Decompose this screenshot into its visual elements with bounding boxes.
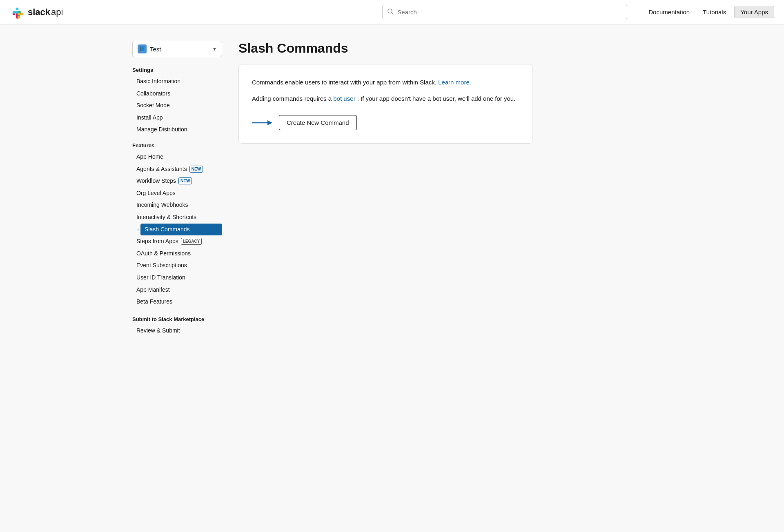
sidebar-item-agents-assistants[interactable]: Agents & Assistants NEW bbox=[132, 163, 222, 175]
sidebar-item-app-manifest[interactable]: App Manifest bbox=[132, 284, 222, 296]
sidebar-item-review-submit[interactable]: Review & Submit bbox=[132, 325, 222, 337]
sidebar-item-workflow-steps[interactable]: Workflow Steps NEW bbox=[132, 175, 222, 187]
settings-nav: Basic Information Collaborators Socket M… bbox=[132, 75, 222, 136]
button-row: Create New Command bbox=[252, 115, 519, 130]
submit-nav: Review & Submit bbox=[132, 325, 222, 337]
features-section-title: Features bbox=[132, 142, 222, 149]
sidebar-item-slash-commands[interactable]: Slash Commands bbox=[140, 224, 222, 236]
active-sidebar-arrow-icon: → bbox=[132, 225, 140, 234]
sidebar-item-collaborators[interactable]: Collaborators bbox=[132, 88, 222, 100]
dropdown-arrow-icon: ▼ bbox=[212, 47, 217, 51]
header-nav: Documentation Tutorials Your Apps bbox=[644, 6, 774, 18]
tutorials-link[interactable]: Tutorials bbox=[698, 6, 731, 18]
card-intro: Commands enable users to interact with y… bbox=[252, 78, 519, 87]
new-badge-workflow: NEW bbox=[178, 177, 192, 184]
app-selector[interactable]: 📘 Test ▼ bbox=[132, 41, 222, 57]
slack-logo-icon bbox=[10, 5, 24, 20]
new-badge-agents: NEW bbox=[189, 166, 203, 173]
sidebar-item-incoming-webhooks[interactable]: Incoming Webhooks bbox=[132, 199, 222, 211]
logo-api-text: api bbox=[51, 7, 63, 18]
sidebar-item-beta-features[interactable]: Beta Features bbox=[132, 296, 222, 308]
card-note-part2: . If your app doesn't have a bot user, w… bbox=[357, 95, 516, 102]
sidebar-item-org-level-apps[interactable]: Org Level Apps bbox=[132, 187, 222, 200]
sidebar-item-basic-information[interactable]: Basic Information bbox=[132, 75, 222, 88]
sidebar-item-install-app[interactable]: Install App bbox=[132, 112, 222, 124]
logo-slack-text: slack bbox=[28, 7, 50, 18]
logo-link[interactable]: slack api bbox=[10, 5, 63, 20]
create-new-command-button[interactable]: Create New Command bbox=[279, 115, 357, 130]
learn-more-link[interactable]: Learn more. bbox=[438, 79, 471, 86]
card-note: Adding commands requires a bot user . If… bbox=[252, 94, 519, 104]
legacy-badge: LEGACY bbox=[181, 238, 202, 245]
submit-section-title: Submit to Slack Marketplace bbox=[132, 316, 222, 322]
search-icon bbox=[387, 8, 394, 16]
main-content: Slash Commands Commands enable users to … bbox=[238, 41, 652, 516]
page-layout: 📘 Test ▼ Settings Basic Information Coll… bbox=[122, 24, 662, 532]
sidebar-item-app-home[interactable]: App Home bbox=[132, 151, 222, 163]
settings-section-title: Settings bbox=[132, 67, 222, 73]
your-apps-button[interactable]: Your Apps bbox=[734, 6, 774, 18]
sidebar-item-event-subscriptions[interactable]: Event Subscriptions bbox=[132, 259, 222, 272]
svg-line-1 bbox=[392, 13, 393, 14]
sidebar-item-oauth-permissions[interactable]: OAuth & Permissions bbox=[132, 248, 222, 260]
app-name: Test bbox=[150, 46, 209, 53]
search-input[interactable] bbox=[382, 5, 627, 19]
sidebar-item-user-id-translation[interactable]: User ID Translation bbox=[132, 272, 222, 284]
content-arrow-icon bbox=[252, 118, 272, 127]
sidebar: 📘 Test ▼ Settings Basic Information Coll… bbox=[132, 41, 222, 516]
sidebar-item-socket-mode[interactable]: Socket Mode bbox=[132, 100, 222, 112]
sidebar-item-steps-from-apps[interactable]: Steps from Apps LEGACY bbox=[132, 235, 222, 248]
documentation-link[interactable]: Documentation bbox=[644, 6, 695, 18]
search-area bbox=[382, 5, 627, 19]
content-card: Commands enable users to interact with y… bbox=[238, 64, 532, 144]
app-icon: 📘 bbox=[138, 44, 147, 53]
card-intro-text: Commands enable users to interact with y… bbox=[252, 79, 437, 86]
card-note-part1: Adding commands requires a bbox=[252, 95, 332, 102]
bot-user-link[interactable]: bot user bbox=[333, 95, 355, 102]
header: slack api Documentation Tutorials Your A… bbox=[0, 0, 784, 24]
svg-marker-3 bbox=[267, 120, 272, 125]
sidebar-item-manage-distribution[interactable]: Manage Distribution bbox=[132, 124, 222, 136]
sidebar-item-interactivity-shortcuts[interactable]: Interactivity & Shortcuts bbox=[132, 211, 222, 224]
page-title: Slash Commands bbox=[238, 41, 652, 56]
features-nav: App Home Agents & Assistants NEW Workflo… bbox=[132, 151, 222, 308]
